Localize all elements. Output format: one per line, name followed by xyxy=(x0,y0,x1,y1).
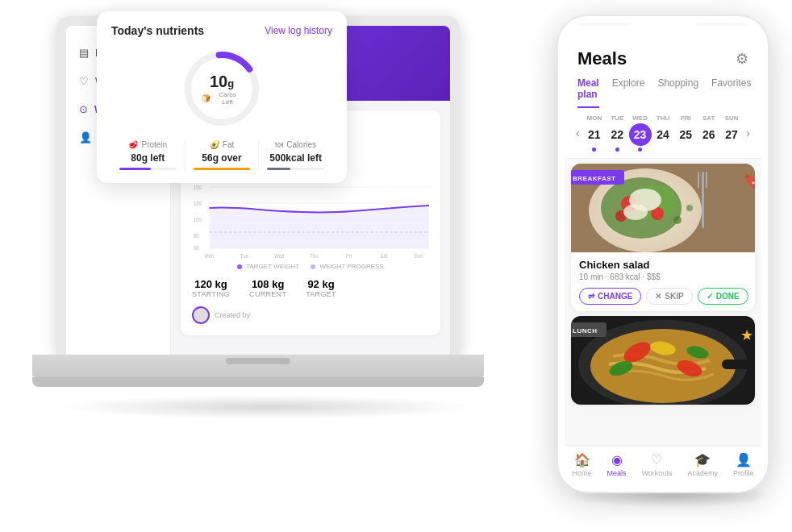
nutrient-card-header: Today's nutrients View log history xyxy=(111,24,332,37)
done-label: DONE xyxy=(716,292,740,301)
calendar-prev-arrow[interactable]: ‹ xyxy=(573,127,583,139)
settings-gear-icon[interactable]: ⚙ xyxy=(736,50,748,68)
lunch-image: LUNCH ★ xyxy=(571,316,755,405)
tab-meal-plan[interactable]: Meal plan xyxy=(577,77,599,108)
change-icon: ⇌ xyxy=(588,292,594,301)
phone-nav: 🏠 Home ◉ Meals ♡ Workouts 🎓 Academy 👤 xyxy=(565,445,761,485)
svg-point-33 xyxy=(673,216,682,224)
nav-home-label: Home xyxy=(573,469,592,477)
laptop-base xyxy=(32,355,484,377)
meal-scroll: BREAKFAST 🔖 Chicken salad 10 min · 683 k… xyxy=(565,159,761,445)
skip-icon: ✕ xyxy=(655,292,661,301)
scene: ▤ Meals ♡ Workouts ⊙ Weight 👤 xyxy=(0,0,792,532)
cal-day-wed[interactable]: WED 23 xyxy=(629,114,652,152)
svg-rect-31 xyxy=(698,172,699,188)
svg-point-40 xyxy=(590,329,736,403)
cal-day-sun[interactable]: SUN 27 xyxy=(720,114,743,152)
nutrient-card-title: Today's nutrients xyxy=(111,24,204,37)
cal-dot-wed xyxy=(638,148,642,152)
phone-content: Meals ⚙ Meal plan Explore Shopping Favor… xyxy=(565,23,761,485)
carbs-label: 🍞 Carbs Left xyxy=(202,91,242,106)
breakfast-image: BREAKFAST 🔖 xyxy=(571,164,755,252)
circle-center: 10g 🍞 Carbs Left xyxy=(202,73,242,106)
nav-meals[interactable]: ◉ Meals xyxy=(607,452,627,477)
svg-text:Fri: Fri xyxy=(346,253,352,258)
circle-progress-wrap: 10g 🍞 Carbs Left xyxy=(111,48,332,129)
svg-text:Wed: Wed xyxy=(274,253,285,258)
fat-label: 🥑 Fat xyxy=(185,140,259,149)
circle-progress: 10g 🍞 Carbs Left xyxy=(181,48,262,129)
breakfast-actions: ⇌ CHANGE ✕ SKIP ✓ DONE xyxy=(579,288,747,305)
cal-day-fri[interactable]: FRI 25 xyxy=(674,114,697,152)
profile-nav-icon: 👤 xyxy=(736,452,752,468)
cal-day-thu[interactable]: THU 24 xyxy=(652,114,674,152)
svg-text:Mon: Mon xyxy=(205,253,215,258)
meals-icon: ▤ xyxy=(79,47,89,59)
chart-visualization: 150 120 100 80 60 xyxy=(192,177,429,258)
cal-day-mon[interactable]: MON 21 xyxy=(583,114,606,152)
phone-tabs: Meal plan Explore Shopping Favorites xyxy=(577,77,748,108)
change-button[interactable]: ⇌ CHANGE xyxy=(579,288,641,305)
laptop-shadow xyxy=(56,395,476,419)
svg-point-34 xyxy=(686,205,693,211)
weight-icon: ⊙ xyxy=(79,103,88,115)
created-by-row: Created by xyxy=(192,306,429,324)
home-icon: 🏠 xyxy=(574,452,590,468)
calendar-days: MON 21 TUE 22 WED 23 TH xyxy=(583,114,744,152)
calendar-next-arrow[interactable]: › xyxy=(743,127,753,139)
tab-favorites[interactable]: Favorites xyxy=(711,77,751,108)
phone-title: Meals xyxy=(577,48,627,69)
calories-bar xyxy=(267,168,324,170)
done-button[interactable]: ✓ DONE xyxy=(698,288,748,305)
stat-current: 108 kg Current xyxy=(249,278,286,298)
svg-text:Thu: Thu xyxy=(310,253,319,258)
tab-explore[interactable]: Explore xyxy=(612,77,645,108)
nav-home[interactable]: 🏠 Home xyxy=(573,452,592,477)
macro-fat: 🥑 Fat 56g over xyxy=(185,140,259,170)
protein-bar xyxy=(119,168,177,170)
svg-point-29 xyxy=(623,204,648,220)
calories-value: 500kcal left xyxy=(259,152,332,164)
done-icon: ✓ xyxy=(707,292,713,301)
macro-calories: 🍽 Calories 500kcal left xyxy=(258,140,332,170)
legend-progress-label: WEIGHT PROGRESS xyxy=(319,263,383,270)
cal-day-tue[interactable]: TUE 22 xyxy=(606,114,628,152)
nav-academy-label: Academy xyxy=(687,469,718,477)
laptop-foot xyxy=(32,377,484,387)
skip-button[interactable]: ✕ SKIP xyxy=(646,288,692,305)
phone-title-row: Meals ⚙ xyxy=(577,48,748,69)
tab-shopping[interactable]: Shopping xyxy=(657,77,698,108)
meals-nav-icon: ◉ xyxy=(611,452,623,468)
profile-icon: 👤 xyxy=(79,131,92,143)
svg-text:120: 120 xyxy=(194,201,202,206)
protein-label: 🥩 Protein xyxy=(111,140,185,149)
svg-rect-30 xyxy=(702,172,704,228)
nav-workouts[interactable]: ♡ Workouts xyxy=(642,452,673,477)
created-by-label: Created by xyxy=(215,311,250,319)
legend-progress: WEIGHT PROGRESS xyxy=(311,263,384,270)
macro-row: 🥩 Protein 80g left 🥑 Fat 56g over xyxy=(111,140,332,170)
chart-legend: TARGET WEIGHT WEIGHT PROGRESS xyxy=(192,263,429,270)
legend-target: TARGET WEIGHT xyxy=(237,263,299,270)
nutrient-card: Today's nutrients View log history 10g 🍞… xyxy=(97,11,347,183)
cal-dot-tue xyxy=(615,148,619,152)
nav-workouts-label: Workouts xyxy=(642,469,673,477)
phone-notch xyxy=(631,23,695,40)
nav-profile[interactable]: 👤 Profile xyxy=(733,452,754,477)
view-log-link[interactable]: View log history xyxy=(265,25,332,36)
carbs-value: 10g xyxy=(202,73,242,91)
svg-text:BREAKFAST: BREAKFAST xyxy=(573,175,615,182)
svg-text:★: ★ xyxy=(740,327,753,343)
fat-bar xyxy=(194,168,251,170)
stat-current-value: 108 kg xyxy=(249,278,286,290)
macro-protein: 🥩 Protein 80g left xyxy=(111,140,185,170)
meal-card-lunch: LUNCH ★ xyxy=(571,316,755,405)
nav-academy[interactable]: 🎓 Academy xyxy=(687,452,718,477)
svg-text:60: 60 xyxy=(194,245,199,251)
stat-current-label: Current xyxy=(249,290,286,298)
svg-text:80: 80 xyxy=(194,233,199,239)
phone: Meals ⚙ Meal plan Explore Shopping Favor… xyxy=(558,16,768,492)
svg-text:150: 150 xyxy=(194,185,202,190)
stat-starting-label: Starting xyxy=(192,290,230,298)
cal-day-sat[interactable]: SAT 26 xyxy=(698,114,720,152)
